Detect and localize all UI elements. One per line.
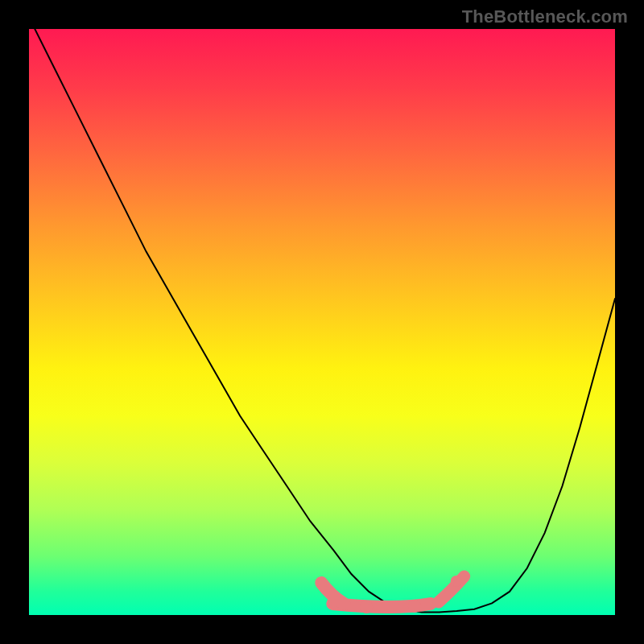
plot-gradient-area	[29, 29, 615, 615]
svg-point-0	[360, 601, 373, 613]
highlight-blob	[321, 576, 464, 613]
frame: TheBottleneck.com	[0, 0, 644, 644]
plot-svg	[29, 29, 615, 615]
svg-point-2	[451, 576, 462, 587]
watermark-text: TheBottleneck.com	[462, 6, 628, 27]
curve-line	[29, 29, 615, 612]
svg-point-1	[408, 600, 421, 613]
